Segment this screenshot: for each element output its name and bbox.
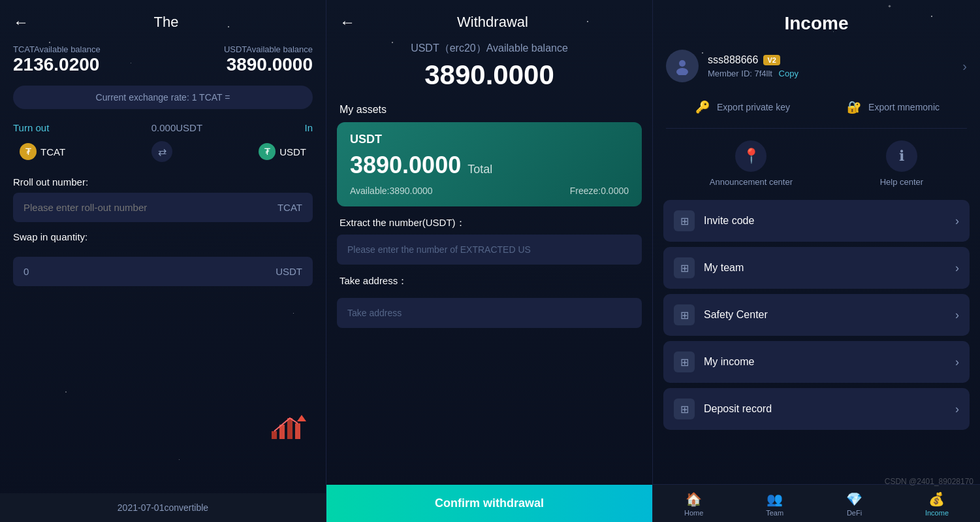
team-icon: 👥 (767, 491, 783, 507)
center-row: 📍 Announcement center ℹ Help center (653, 131, 980, 196)
menu-item-safety-center[interactable]: ⊞ Safety Center › (663, 294, 970, 336)
avatar-icon (673, 57, 691, 75)
export-mnemonic-label: Export mnemonic (868, 102, 940, 112)
v2-badge: V2 (763, 55, 780, 65)
menu-item-my-income-label: My income (704, 356, 955, 368)
menu-list: ⊞ Invite code › ⊞ My team › ⊞ Safety Cen… (663, 200, 970, 430)
nav-defi-label: DeFi (847, 509, 862, 517)
nav-team-label: Team (766, 509, 783, 517)
export-private-key-label: Export private key (717, 102, 790, 112)
take-address-input-wrap (337, 298, 642, 328)
usdt-balance-label: USDTAvailable balance (224, 44, 313, 54)
nav-income-label: Income (925, 509, 949, 517)
my-assets-title: My assets (326, 100, 652, 122)
invite-code-icon: ⊞ (674, 210, 695, 231)
chart-icon (270, 412, 306, 441)
svg-point-6 (676, 68, 688, 75)
nav-team[interactable]: 👥 Team (766, 491, 783, 517)
defi-icon: 💎 (846, 491, 862, 507)
swap-in-label: Swap in quantity: (0, 222, 326, 248)
tcat-icon: ₮ (20, 143, 37, 160)
tcat-token-item[interactable]: ₮ TCAT (20, 143, 65, 160)
menu-item-deposit-record[interactable]: ⊞ Deposit record › (663, 388, 970, 430)
menu-item-safety-center-label: Safety Center (704, 309, 955, 321)
chart-icon-area (270, 412, 306, 444)
menu-item-deposit-record-label: Deposit record (704, 403, 955, 415)
swap-circle-button[interactable]: ⇄ (151, 141, 172, 162)
tcat-balance-col: TCATAvailable balance 2136.0200 (13, 44, 101, 75)
panel1-header: ← The (0, 0, 326, 38)
tcat-token-label: TCAT (40, 146, 65, 157)
balance-row: TCATAvailable balance 2136.0200 USDTAvai… (0, 38, 326, 75)
divider-1 (666, 128, 967, 129)
confirm-withdrawal-button[interactable]: Confirm withdrawal (326, 485, 652, 522)
menu-item-my-income[interactable]: ⊞ My income › (663, 341, 970, 383)
help-center-button[interactable]: ℹ Help center (880, 140, 923, 187)
swap-amount-center: 0.000USDT (49, 122, 304, 133)
my-income-chevron-icon: › (955, 355, 959, 369)
confirm-btn-label: Confirm withdrawal (435, 497, 544, 510)
extract-input[interactable] (347, 244, 631, 255)
rroll-label: Rroll out number: (0, 167, 326, 193)
usdt-token-item[interactable]: ₮ USDT (259, 143, 306, 160)
menu-item-invite-code-label: Invite code (704, 215, 955, 227)
swap-currency: USDT (276, 266, 302, 277)
svg-point-5 (679, 60, 686, 67)
nav-defi[interactable]: 💎 DeFi (846, 491, 862, 517)
extract-section-label: Extract the number(USDT)： (326, 206, 652, 235)
profile-info: sss888666 V2 Member ID: 7f4llt Copy (708, 54, 962, 78)
usdt-card: USDT 3890.0000 Total Available:3890.0000… (337, 122, 642, 206)
exchange-rate-text: Current exchange rate: 1 TCAT = (96, 92, 230, 103)
help-center-label: Help center (880, 177, 923, 187)
lock-icon: 🔐 (845, 98, 863, 116)
safety-center-icon: ⊞ (674, 304, 695, 325)
panel-withdrawal: ← Withdrawal USDT（erc20）Available balanc… (326, 0, 653, 522)
profile-name: sss888666 (708, 54, 758, 66)
take-address-label: Take address： (326, 265, 652, 293)
bottom-nav: 🏠 Home 👥 Team 💎 DeFi 💰 Income (653, 484, 980, 522)
panel1-back-button[interactable]: ← (13, 13, 29, 31)
take-address-input[interactable] (347, 308, 631, 318)
usdt-card-total: Total (467, 163, 492, 176)
svg-rect-0 (272, 431, 277, 439)
available-detail: Available:3890.0000 (350, 186, 433, 196)
profile-chevron-icon[interactable]: › (962, 59, 967, 74)
deposit-record-icon: ⊞ (674, 399, 695, 419)
deposit-record-chevron-icon: › (955, 402, 959, 416)
member-id-label: Member ID: 7f4llt (708, 69, 772, 78)
exchange-rate-box: Current exchange rate: 1 TCAT = (13, 86, 313, 109)
export-mnemonic-button[interactable]: 🔐 Export mnemonic (845, 98, 940, 116)
income-nav-icon: 💰 (928, 491, 945, 507)
usdt-card-title: USDT (350, 133, 629, 146)
freeze-detail: Freeze:0.0000 (570, 186, 629, 196)
announcement-center-button[interactable]: 📍 Announcement center (710, 140, 793, 187)
token-selection-row: ₮ TCAT ⇄ ₮ USDT (0, 136, 326, 167)
export-private-key-button[interactable]: 🔑 Export private key (693, 98, 790, 116)
menu-item-invite-code[interactable]: ⊞ Invite code › (663, 200, 970, 242)
swap-direction-row: Turn out 0.000USDT In (0, 120, 326, 136)
copy-button[interactable]: Copy (779, 69, 798, 78)
usdt-card-amount: 3890.0000 (350, 152, 461, 179)
watermark: CSDN @2401_89028170 (885, 477, 973, 486)
key-icon: 🔑 (693, 98, 712, 116)
panel1-bottom-text: 2021-07-01convertible (118, 502, 208, 513)
panel-income: Income sss888666 V2 Member ID: 7f4llt Co… (653, 0, 980, 522)
announcement-icon: 📍 (735, 140, 767, 172)
tcat-balance-value: 2136.0200 (13, 54, 101, 75)
my-team-chevron-icon: › (955, 261, 959, 275)
extract-input-wrap (337, 235, 642, 265)
nav-home[interactable]: 🏠 Home (684, 491, 703, 517)
menu-item-my-team[interactable]: ⊞ My team › (663, 247, 970, 289)
panel2-back-button[interactable]: ← (340, 13, 355, 31)
panel2-big-balance: 3890.0000 (326, 57, 652, 100)
my-income-icon: ⊞ (674, 351, 695, 372)
panel2-title: Withdrawal (362, 14, 624, 31)
roll-out-input-row: TCAT (13, 193, 313, 222)
nav-income[interactable]: 💰 Income (925, 491, 949, 517)
invite-code-chevron-icon: › (955, 214, 959, 228)
turn-out-label: Turn out (13, 122, 49, 133)
usdt-token-label: USDT (279, 146, 306, 157)
roll-out-input[interactable] (24, 202, 277, 213)
profile-row: sss888666 V2 Member ID: 7f4llt Copy › (653, 43, 980, 89)
home-icon: 🏠 (686, 491, 702, 507)
